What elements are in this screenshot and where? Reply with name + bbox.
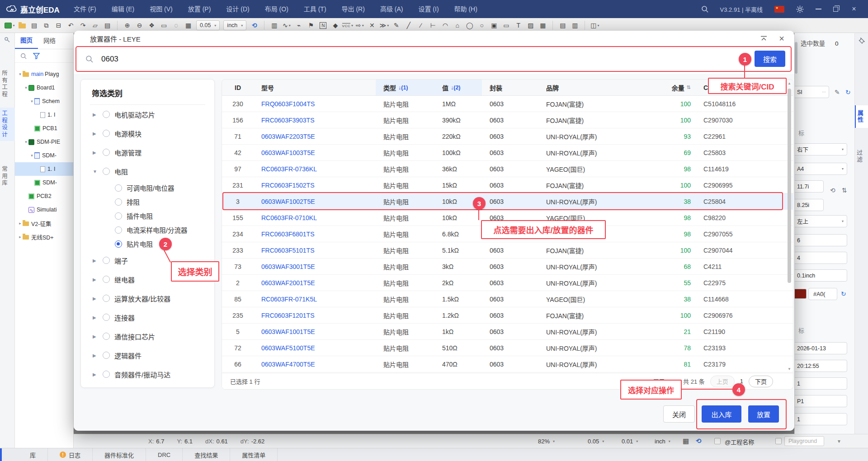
fit-view-icon[interactable]: ❖ — [146, 20, 157, 31]
pages-tab-0[interactable]: 图页 — [15, 33, 38, 49]
right-tab-0[interactable]: 属性 — [855, 105, 868, 128]
table-row[interactable]: 234FRC0603F6801TS贴片电阻6.8kΩ0603FOJAN(富捷)9… — [222, 226, 793, 242]
table-row[interactable]: 30603WAF1002T5E贴片电阻10kΩ0603UNI-ROYAL(厚声)… — [222, 193, 793, 210]
lasso-select-icon[interactable]: ◌ — [170, 20, 182, 31]
table-row[interactable]: 710603WAF2203T5E贴片电阻220kΩ0603UNI-ROYAL(厚… — [222, 128, 793, 145]
tree-item-6[interactable]: ▾SDM- — [15, 149, 73, 162]
place-circle-icon[interactable]: ○ — [476, 20, 487, 31]
column-header-7[interactable]: CID — [695, 80, 785, 95]
category-9[interactable]: ▶端子 — [81, 251, 214, 270]
place-shape-icon[interactable]: ⌂ — [452, 20, 463, 31]
window-close-button[interactable]: × — [850, 5, 858, 13]
place-noconnect-icon[interactable]: ✕ — [366, 20, 377, 31]
panel-collapse-arrow-icon[interactable]: ▼ — [837, 439, 841, 444]
table-row[interactable]: 235FRC0603F1201TS贴片电阻1.2kΩ0603FOJAN(富捷)1… — [222, 307, 793, 324]
grid-size-field[interactable]: 0.1inch — [794, 269, 847, 282]
bottom-tab-5[interactable]: 属性清单 — [230, 448, 278, 461]
place-line-icon[interactable]: ╱ — [403, 20, 414, 31]
place-text-icon[interactable]: T — [513, 20, 524, 31]
menu-item-10[interactable]: 帮助 (H) — [447, 0, 485, 18]
column-header-1[interactable]: 型号 — [254, 80, 376, 95]
place-pin-icon[interactable]: ⊢ — [427, 20, 439, 31]
tree-search-icon[interactable] — [20, 53, 27, 59]
anchor-select[interactable]: 右下▾ — [794, 143, 847, 155]
table-row[interactable]: 730603WAF3001T5E贴片电阻3kΩ0603UNI-ROYAL(厚声)… — [222, 259, 793, 275]
menu-item-3[interactable]: 放置 (P) — [180, 0, 219, 18]
scroll-thumb[interactable] — [788, 89, 791, 283]
global-search-icon[interactable] — [701, 5, 708, 13]
window-maximize-button[interactable] — [833, 7, 838, 12]
origin-select[interactable]: 左上▾ — [794, 215, 847, 227]
copy-file-icon[interactable]: ⧉ — [41, 20, 52, 31]
place-frame-icon[interactable]: ▣ — [488, 20, 500, 31]
date-field[interactable]: 2026-01-13 — [794, 342, 847, 354]
right-tab-1[interactable]: 过滤 — [855, 145, 868, 168]
paste-icon[interactable]: ▤ — [102, 20, 113, 31]
menu-item-5[interactable]: 布局 (O) — [257, 0, 296, 18]
category-10[interactable]: ▶继电器 — [81, 270, 214, 289]
project-tag-checkbox[interactable] — [714, 438, 721, 444]
new-file-icon[interactable]: ▤ — [28, 20, 40, 31]
grid-y-field[interactable]: 4 — [794, 252, 847, 264]
table-row[interactable]: 230FRQ0603F1004TS贴片电阻1MΩ0603FOJAN(富捷)100… — [222, 96, 793, 112]
table-scrollbar[interactable]: ▲ ▼ — [787, 81, 792, 371]
tree-item-2[interactable]: ▾Schem — [15, 94, 73, 108]
column-header-0[interactable]: ID — [222, 80, 254, 95]
grid-x-field[interactable]: 6 — [794, 234, 847, 246]
snap-size-select[interactable]: 0.01▾ — [622, 434, 638, 448]
snap-toggle-icon[interactable]: ⟲ — [696, 437, 702, 445]
place-ellipse-icon[interactable]: ◯ — [464, 20, 475, 31]
component-search-input[interactable] — [101, 55, 644, 64]
tree-item-10[interactable]: ∿Simulati — [15, 203, 73, 216]
table-row[interactable]: 20603WAF2001T5E贴片电阻2kΩ0603UNI-ROYAL(厚声)5… — [222, 275, 793, 291]
scroll-up-icon[interactable]: ▲ — [787, 81, 792, 85]
place-rect-icon[interactable]: ▭ — [500, 20, 512, 31]
grid-icon[interactable]: ▦ — [183, 20, 194, 31]
sheet-refresh-icon[interactable]: ↻ — [845, 89, 851, 96]
page-name-field[interactable]: P1 — [794, 395, 847, 407]
sheet-symbol-icon[interactable]: ▤ — [557, 20, 568, 31]
place-table-icon[interactable]: ▦ — [537, 20, 548, 31]
zoom-out-icon[interactable]: ⊖ — [134, 20, 145, 31]
place-junction-icon[interactable]: ◆ — [330, 20, 341, 31]
menu-item-9[interactable]: 设置 (I) — [410, 0, 446, 18]
tree-item-11[interactable]: ▸V2-征集 — [15, 216, 73, 230]
page-total-field[interactable]: 1 — [794, 413, 847, 425]
table-row[interactable]: 156FRC0603F3903TS贴片电阻390kΩ0603FOJAN(富捷)1… — [222, 112, 793, 128]
place-resistor-icon[interactable]: ∿▾ — [281, 20, 292, 31]
redo-icon[interactable]: ↷ — [77, 20, 89, 31]
place-pen-icon[interactable]: ✎ — [391, 20, 402, 31]
table-row[interactable]: 85RC0603FR-071K5L贴片电阻1.5kΩ0603YAGEO(国巨)3… — [222, 291, 793, 307]
category-7[interactable]: 电流采样电阻/分流器 — [81, 223, 214, 237]
edit-pencil-icon[interactable]: ✎ — [835, 89, 840, 96]
tree-item-3[interactable]: 1. I — [15, 108, 73, 122]
place-arc-icon[interactable]: ◠ — [439, 20, 451, 31]
menu-item-7[interactable]: 导出 (R) — [334, 0, 373, 18]
grid-size-status-select[interactable]: 0.05▾ — [588, 434, 604, 448]
panel-layout-icon[interactable]: ◫▾ — [589, 20, 600, 31]
tree-item-4[interactable]: PCB1 — [15, 122, 73, 135]
bottom-tab-4[interactable]: 查找结果 — [183, 448, 230, 461]
sheet-height-field[interactable]: 8.25i — [794, 199, 824, 211]
category-0[interactable]: ▶电机驱动芯片 — [81, 105, 214, 124]
swap-wh-icon[interactable]: ⇅ — [842, 187, 847, 194]
rail-pin-icon[interactable] — [4, 37, 10, 43]
table-row[interactable]: 97RC0603FR-0736KL贴片电阻36kΩ0603YAGEO(国巨)98… — [222, 161, 793, 177]
sheet-name-field[interactable]: SI⋯ — [794, 86, 829, 98]
category-2[interactable]: ▶电源管理 — [81, 143, 214, 162]
sheet-width-field[interactable]: 11.7i — [794, 180, 824, 193]
category-1[interactable]: ▶电源模块 — [81, 124, 214, 143]
stock-inout-button[interactable]: 出入库 — [702, 405, 741, 423]
window-minimize-button[interactable] — [816, 9, 821, 9]
tree-item-5[interactable]: ▾SDM-PIE — [15, 135, 73, 149]
category-15[interactable]: ▶音频器件/振动马达 — [81, 365, 214, 384]
tree-item-9[interactable]: PCB2 — [15, 189, 73, 203]
menu-item-2[interactable]: 视图 (V) — [142, 0, 180, 18]
category-12[interactable]: ▶连接器 — [81, 308, 214, 327]
board-select-icon[interactable]: ▾ — [4, 20, 15, 31]
pages-tab-1[interactable]: 网络 — [38, 33, 61, 48]
table-row[interactable]: 50603WAF1001T5E贴片电阻1kΩ0603UNI-ROYAL(厚声)2… — [222, 324, 793, 340]
table-row[interactable]: 420603WAF1003T5E贴片电阻100kΩ0603UNI-ROYAL(厚… — [222, 145, 793, 161]
scroll-down-icon[interactable]: ▼ — [787, 367, 792, 371]
zoom-level-select[interactable]: 82%▾ — [538, 434, 555, 448]
